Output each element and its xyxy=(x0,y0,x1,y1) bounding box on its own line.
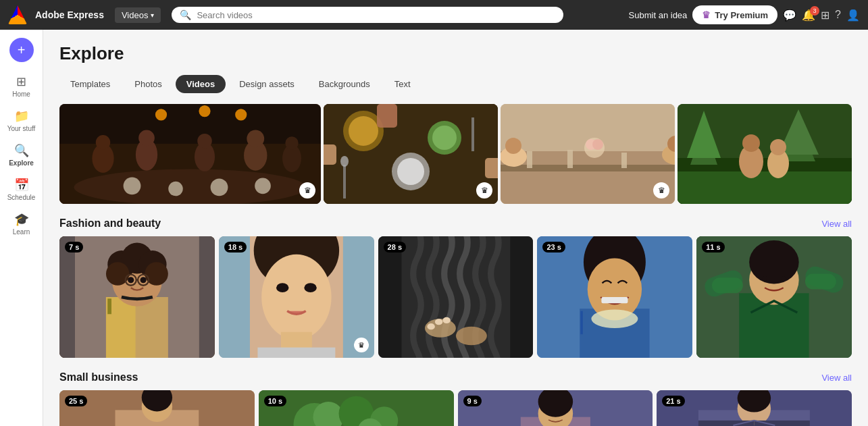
hero-video-1[interactable]: ♛ xyxy=(59,104,321,204)
sidebar-item-learn[interactable]: 🎓 Learn xyxy=(3,208,41,240)
svg-rect-36 xyxy=(501,165,675,171)
svg-rect-53 xyxy=(678,171,852,204)
view-all-biz[interactable]: View all xyxy=(821,373,852,383)
apps-icon[interactable]: ⊞ xyxy=(821,9,829,22)
fashion-video-card-2[interactable]: 18 s ♛ xyxy=(219,236,374,358)
sidebar-item-label: Your stuff xyxy=(7,125,36,132)
account-icon[interactable]: 👤 xyxy=(846,9,860,22)
video-thumbnail xyxy=(59,104,321,204)
svg-point-2 xyxy=(74,169,307,204)
svg-point-19 xyxy=(255,178,271,194)
fashion-video-card-3[interactable]: 28 s xyxy=(378,236,534,358)
sidebar-item-label: Home xyxy=(12,90,30,98)
svg-rect-28 xyxy=(324,144,336,165)
duration-badge-biz-2: 10 s xyxy=(264,396,286,406)
svg-point-8 xyxy=(197,134,212,149)
duration-badge-biz-4: 21 s xyxy=(662,396,684,406)
svg-point-127 xyxy=(560,410,564,414)
tab-design-assets[interactable]: Design assets xyxy=(228,75,305,93)
svg-point-104 xyxy=(749,240,799,284)
svg-point-78 xyxy=(261,255,331,340)
svg-rect-38 xyxy=(567,150,573,168)
sidebar-item-label: Explore xyxy=(9,159,34,167)
video-thumbnail xyxy=(501,104,675,204)
submit-idea-button[interactable]: Submit an idea xyxy=(629,10,688,20)
nav-actions: Submit an idea ♛ Try Premium 💬 🔔 3 ⊞ ? 👤 xyxy=(629,5,860,24)
svg-rect-35 xyxy=(501,151,675,204)
svg-point-89 xyxy=(442,317,450,323)
sidebar-item-your-stuff[interactable]: 📁 Your stuff xyxy=(3,105,41,136)
app-name: Adobe Express xyxy=(35,9,104,20)
duration-badge-1: 7 s xyxy=(65,242,83,252)
svg-rect-96 xyxy=(602,297,628,303)
tab-text[interactable]: Text xyxy=(384,75,422,93)
premium-badge: ♛ xyxy=(354,338,369,352)
schedule-icon: 📅 xyxy=(14,178,29,192)
biz-video-card-2[interactable]: 10 s xyxy=(259,390,454,426)
premium-badge-3: ♛ xyxy=(653,182,669,198)
svg-point-44 xyxy=(505,138,521,154)
chat-icon[interactable]: 💬 xyxy=(783,9,796,22)
hero-video-4[interactable] xyxy=(678,104,852,204)
folder-icon: 📁 xyxy=(14,109,29,124)
svg-point-87 xyxy=(427,323,434,329)
main-content: Explore Templates Photos Videos Design a… xyxy=(43,30,868,426)
svg-rect-82 xyxy=(257,348,335,358)
svg-point-79 xyxy=(276,283,288,292)
svg-point-88 xyxy=(434,319,442,325)
content-type-dropdown[interactable]: Videos ▾ xyxy=(115,7,161,23)
premium-badge-1: ♛ xyxy=(299,182,315,198)
notifications-icon[interactable]: 🔔 3 xyxy=(802,9,815,22)
tab-photos[interactable]: Photos xyxy=(124,75,172,93)
crown-icon: ♛ xyxy=(702,9,711,20)
tab-backgrounds[interactable]: Backgrounds xyxy=(308,75,381,93)
small-business-section: Small business View all 25 s xyxy=(59,371,852,426)
fashion-beauty-section: Fashion and beauty View all xyxy=(59,217,852,358)
content-tabs: Templates Photos Videos Design assets Ba… xyxy=(59,75,852,93)
svg-point-25 xyxy=(432,126,457,150)
tab-templates[interactable]: Templates xyxy=(59,75,121,93)
search-input[interactable] xyxy=(197,10,555,20)
sidebar-item-explore[interactable]: 🔍 Explore xyxy=(3,139,41,171)
hero-video-3[interactable]: ♛ xyxy=(501,104,675,204)
sidebar-item-schedule[interactable]: 📅 Schedule xyxy=(3,174,41,205)
help-icon[interactable]: ? xyxy=(835,9,841,21)
fashion-video-card-1[interactable]: 7 s xyxy=(59,236,215,358)
svg-point-6 xyxy=(138,130,155,147)
section-title-biz: Small business xyxy=(59,371,138,383)
top-navigation: Adobe Express Videos ▾ 🔍 Submit an idea … xyxy=(0,0,868,30)
svg-point-27 xyxy=(397,158,424,185)
biz-video-card-4[interactable]: 21 s xyxy=(657,390,852,426)
home-icon: ⊞ xyxy=(16,74,26,89)
svg-point-13 xyxy=(155,109,167,120)
duration-badge-biz-1: 25 s xyxy=(65,396,87,406)
hero-video-2[interactable]: ♛ xyxy=(324,104,498,204)
learn-icon: 🎓 xyxy=(14,212,29,227)
sidebar-item-label: Schedule xyxy=(7,194,36,201)
svg-rect-93 xyxy=(581,311,583,334)
svg-point-55 xyxy=(742,134,760,152)
svg-rect-37 xyxy=(527,151,532,168)
svg-rect-107 xyxy=(712,277,743,293)
view-all-fashion[interactable]: View all xyxy=(821,219,852,229)
sidebar: + ⊞ Home 📁 Your stuff 🔍 Explore 📅 Schedu… xyxy=(0,30,43,426)
fashion-video-row: 7 s xyxy=(59,236,852,358)
biz-video-card-3[interactable]: 9 s xyxy=(458,390,653,426)
chevron-down-icon: ▾ xyxy=(151,11,154,19)
tab-videos[interactable]: Videos xyxy=(176,75,226,93)
svg-rect-63 xyxy=(107,298,111,314)
sidebar-item-home[interactable]: ⊞ Home xyxy=(3,70,41,102)
svg-point-33 xyxy=(340,156,349,167)
notification-badge: 3 xyxy=(810,6,819,16)
create-fab[interactable]: + xyxy=(9,38,34,62)
biz-video-card-1[interactable]: 25 s xyxy=(59,390,255,426)
svg-rect-31 xyxy=(471,117,474,151)
fashion-video-card-4[interactable]: 23 s xyxy=(537,236,692,358)
try-premium-button[interactable]: ♛ Try Premium xyxy=(692,5,777,24)
duration-badge-2: 18 s xyxy=(224,242,247,252)
section-header-biz: Small business View all xyxy=(59,371,852,383)
duration-badge-5: 11 s xyxy=(702,242,724,252)
adobe-logo xyxy=(8,5,27,24)
fashion-video-card-5[interactable]: 11 s xyxy=(696,236,852,358)
svg-point-17 xyxy=(168,182,183,196)
